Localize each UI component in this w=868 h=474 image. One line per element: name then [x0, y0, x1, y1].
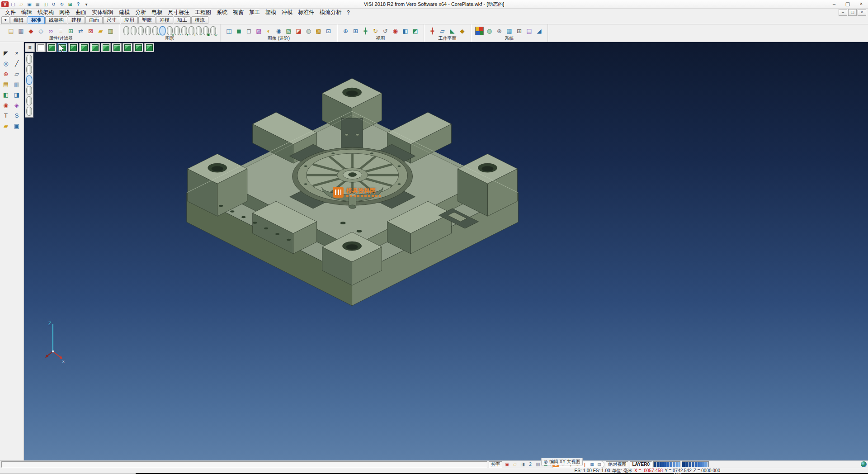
- pan-icon[interactable]: ╋: [361, 27, 370, 35]
- help-icon[interactable]: ?: [75, 1, 82, 7]
- erase-attributes-icon[interactable]: ⊠: [86, 27, 95, 35]
- plot-icon[interactable]: ◫: [42, 1, 49, 7]
- grid-icon[interactable]: ▦: [505, 27, 514, 35]
- workplane-view-icon[interactable]: ◣: [448, 27, 457, 35]
- globe-settings-icon[interactable]: ◍: [485, 27, 494, 35]
- iso-view-button-3[interactable]: [68, 43, 78, 52]
- hidden-line-icon[interactable]: ◻: [245, 27, 253, 35]
- iso-view-button-4[interactable]: [79, 43, 89, 52]
- save-icon[interactable]: ▣: [26, 1, 33, 7]
- earth-icon[interactable]: [861, 461, 867, 467]
- strip-cylinder-icon-2[interactable]: [26, 65, 32, 74]
- menu-item-15[interactable]: 冲模: [279, 9, 295, 16]
- table-icon[interactable]: ▤: [525, 27, 533, 35]
- properties-icon[interactable]: ▤: [7, 27, 15, 35]
- cylinder-filter-icon-4[interactable]: [145, 26, 151, 35]
- cylinder-filter-icon-8[interactable]: ×: [174, 26, 180, 35]
- active-layer-field[interactable]: LAYER0: [630, 461, 652, 468]
- settings-gear-icon[interactable]: ⊛: [1, 69, 10, 78]
- zoom-window-icon[interactable]: ⊞: [351, 27, 360, 35]
- view-mode-button[interactable]: 绝对视图: [606, 461, 628, 468]
- view-blank-button[interactable]: [36, 43, 46, 52]
- calculator-icon[interactable]: ⊞: [515, 27, 524, 35]
- tab-4[interactable]: 曲面: [85, 16, 103, 24]
- cylinder-filter-icon-10[interactable]: ↕: [189, 26, 194, 35]
- redo-icon[interactable]: ↻: [58, 1, 66, 7]
- minimize-button[interactable]: –: [827, 0, 841, 8]
- iso-view-button-9[interactable]: [133, 43, 143, 52]
- text-tool-icon[interactable]: T: [1, 111, 10, 120]
- strip-cylinder-icon-5[interactable]: [26, 96, 32, 105]
- gem-icon[interactable]: ◈: [12, 100, 21, 109]
- color-grid-icon[interactable]: [475, 27, 484, 35]
- filter-red-icon[interactable]: ◆: [27, 27, 35, 35]
- cylinder-filter-icon-2[interactable]: [131, 26, 137, 35]
- ime-keyboard-icon[interactable]: ▦: [589, 462, 595, 467]
- rotate-view-icon[interactable]: ↻: [371, 27, 380, 35]
- zoom-fit-icon[interactable]: ⊕: [341, 27, 350, 35]
- copy-attributes-icon[interactable]: ⊞: [66, 27, 75, 35]
- quickbar-dropdown-icon[interactable]: ▾: [83, 1, 90, 7]
- shaded-view-icon[interactable]: ◼: [235, 27, 243, 35]
- cylinder-filter-icon-11[interactable]: ✓: [196, 26, 202, 35]
- symbol-tool-icon[interactable]: S: [12, 111, 21, 120]
- shade-icon[interactable]: ◨: [12, 90, 21, 99]
- wireframe-view-icon[interactable]: ◫: [225, 27, 233, 35]
- sheet-icon[interactable]: ▱: [12, 69, 21, 78]
- iso-view-icon[interactable]: ◩: [411, 27, 420, 35]
- maximize-button[interactable]: ▢: [841, 0, 854, 8]
- tab-3[interactable]: 建模: [68, 16, 85, 24]
- status-flag-icon[interactable]: ▣: [504, 461, 510, 467]
- snap-toggle[interactable]: 控宇: [489, 461, 502, 468]
- menu-item-16[interactable]: 标准件: [295, 9, 317, 16]
- camera-icon[interactable]: ◉: [274, 27, 283, 35]
- menu-item-2[interactable]: 线架构: [35, 9, 57, 16]
- tabbar-dropdown-icon[interactable]: ▾: [1, 16, 9, 24]
- menu-item-6[interactable]: 建模: [116, 9, 132, 16]
- undo-icon[interactable]: ↺: [50, 1, 57, 7]
- cylinder-filter-icon-7[interactable]: ±: [167, 26, 173, 35]
- iso-view-button-10[interactable]: [144, 43, 154, 52]
- status-list-icon[interactable]: ▥: [534, 461, 541, 467]
- render-icon[interactable]: ▩: [314, 27, 323, 35]
- iso-view-button-8[interactable]: [123, 43, 132, 52]
- menu-item-14[interactable]: 塑模: [263, 9, 279, 16]
- printer-icon[interactable]: ▦: [17, 27, 25, 35]
- target-icon[interactable]: ◉: [1, 100, 10, 109]
- print-icon[interactable]: ▦: [34, 1, 41, 7]
- background-icon[interactable]: ▧: [284, 27, 293, 35]
- previous-view-icon[interactable]: ↺: [381, 27, 390, 35]
- menu-item-11[interactable]: 系统: [214, 9, 230, 16]
- viewbar-menu-icon[interactable]: ≡: [25, 43, 35, 52]
- stack-icon[interactable]: ≡: [57, 27, 65, 35]
- half-shade-icon[interactable]: ◧: [1, 90, 10, 99]
- cylinder-filter-icon-1[interactable]: [123, 26, 129, 35]
- menu-item-1[interactable]: 编辑: [19, 9, 35, 16]
- cylinder-filter-icon-12[interactable]: ▣: [203, 26, 209, 35]
- system-settings-icon[interactable]: ⊛: [495, 27, 504, 35]
- menu-item-13[interactable]: 加工: [246, 9, 263, 16]
- status-shade-icon[interactable]: ◨: [519, 461, 526, 467]
- brush-icon[interactable]: ▰: [96, 27, 105, 35]
- layers-icon[interactable]: ▤: [1, 80, 10, 89]
- iso-view-button-7[interactable]: [112, 43, 122, 52]
- mdi-close-button[interactable]: ×: [858, 9, 866, 16]
- section-view-icon[interactable]: ◪: [294, 27, 303, 35]
- iso-view-button-6[interactable]: [101, 43, 111, 52]
- iso-view-button-5[interactable]: [90, 43, 100, 52]
- menu-item-4[interactable]: 曲面: [73, 9, 89, 16]
- tab-7[interactable]: 塑膜: [138, 16, 156, 24]
- link-icon[interactable]: ∞: [47, 27, 55, 35]
- cylinder-filter-icon-5[interactable]: +: [152, 26, 158, 35]
- strip-cylinder-icon-1[interactable]: [26, 55, 32, 64]
- open-file-icon[interactable]: ▱: [18, 1, 25, 7]
- tab-10[interactable]: 模流: [191, 16, 208, 24]
- save-small-icon[interactable]: ▣: [12, 121, 21, 130]
- cylinder-filter-icon-9[interactable]: ●: [181, 26, 187, 35]
- model-canvas[interactable]: ≡ 模具资料网 Z x: [24, 42, 868, 460]
- menu-item-5[interactable]: 实体编辑: [89, 9, 116, 16]
- menu-item-12[interactable]: 视窗: [230, 9, 246, 16]
- workplane-3d-icon[interactable]: ◆: [458, 27, 467, 35]
- menu-item-8[interactable]: 电极: [149, 9, 165, 16]
- palette-icon[interactable]: ▰: [1, 121, 10, 130]
